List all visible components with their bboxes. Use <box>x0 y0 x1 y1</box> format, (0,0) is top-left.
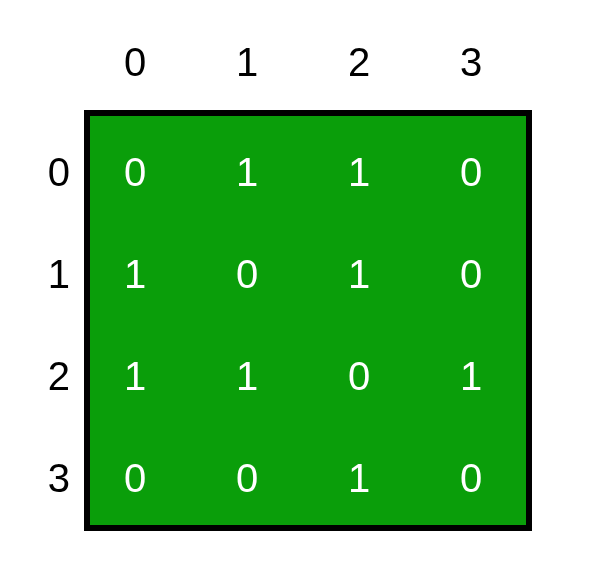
cell-2-2: 0 <box>304 354 414 399</box>
col-header-0: 0 <box>80 40 190 85</box>
cell-1-3: 0 <box>416 252 526 297</box>
row-header-1: 1 <box>30 252 70 297</box>
cell-0-1: 1 <box>192 150 302 195</box>
col-header-3: 3 <box>416 40 526 85</box>
matrix-diagram: 0 1 2 3 0 1 2 3 0 1 1 0 1 0 1 0 1 1 0 1 … <box>0 0 599 584</box>
cell-3-0: 0 <box>80 456 190 501</box>
cell-0-3: 0 <box>416 150 526 195</box>
row-header-0: 0 <box>30 150 70 195</box>
cell-2-3: 1 <box>416 354 526 399</box>
cell-1-1: 0 <box>192 252 302 297</box>
cell-1-0: 1 <box>80 252 190 297</box>
col-header-1: 1 <box>192 40 302 85</box>
row-header-2: 2 <box>30 354 70 399</box>
cell-0-2: 1 <box>304 150 414 195</box>
row-header-3: 3 <box>30 456 70 501</box>
cell-3-1: 0 <box>192 456 302 501</box>
cell-0-0: 0 <box>80 150 190 195</box>
col-header-2: 2 <box>304 40 414 85</box>
cell-2-1: 1 <box>192 354 302 399</box>
cell-3-3: 0 <box>416 456 526 501</box>
cell-1-2: 1 <box>304 252 414 297</box>
cell-3-2: 1 <box>304 456 414 501</box>
cell-2-0: 1 <box>80 354 190 399</box>
